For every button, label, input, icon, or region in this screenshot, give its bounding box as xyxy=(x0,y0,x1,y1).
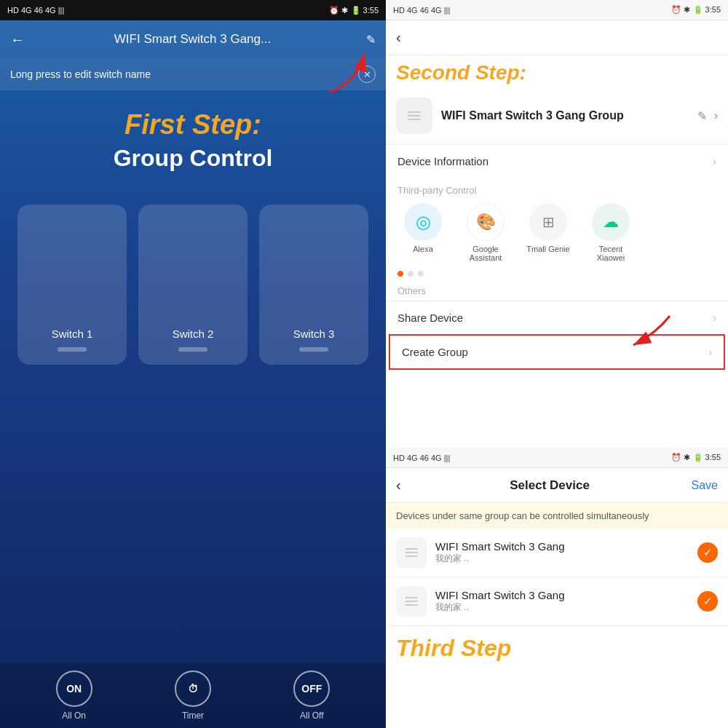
r-status-right: ⏰ ✱ 🔋 3:55 xyxy=(671,5,721,15)
r-back-button[interactable]: ‹ xyxy=(396,29,401,46)
timer-icon: ⏱ xyxy=(175,670,211,707)
switch-card-3[interactable]: Switch 3 xyxy=(259,205,368,365)
switch-name-2: Switch 2 xyxy=(173,328,214,340)
more-icon[interactable]: › xyxy=(714,109,718,123)
tp-tecent[interactable]: ☁ Tecent Xiaowei xyxy=(585,203,636,262)
all-on-label: All On xyxy=(62,711,86,721)
switch-name-3: Switch 3 xyxy=(293,328,335,340)
all-on-button[interactable]: ON All On xyxy=(56,670,92,721)
group-control-text: Group Control xyxy=(0,145,386,172)
rb-status-left: HD 4G 46 4G ||| xyxy=(393,454,450,462)
device-list-icon-1 xyxy=(396,537,427,568)
check-icon-2: ✓ xyxy=(697,591,718,612)
share-device-label: Share Device xyxy=(397,312,463,324)
first-step-text: First Step: xyxy=(0,109,386,141)
tecent-label: Tecent Xiaowei xyxy=(585,245,636,262)
status-right: ⏰ ✱ 🔋 3:55 xyxy=(329,6,379,15)
device-information-row[interactable]: Device Information › xyxy=(386,144,728,178)
share-device-chevron: › xyxy=(713,312,716,324)
tp-google[interactable]: 🎨 Google Assistant xyxy=(460,203,511,262)
r-header: ‹ xyxy=(386,20,728,55)
dot-3 xyxy=(418,271,424,277)
device-info-label: Device Information xyxy=(397,155,488,167)
rb-status-bar: HD 4G 46 4G ||| ⏰ ✱ 🔋 3:55 xyxy=(386,448,728,468)
left-panel: HD 4G 46 4G ||| ⏰ ✱ 🔋 3:55 ← WIFI Smart … xyxy=(0,0,386,728)
device-mini-icon xyxy=(405,108,424,123)
select-device-title: Select Device xyxy=(510,478,590,493)
alexa-label: Alexa xyxy=(413,245,433,253)
others-title: Others xyxy=(397,285,716,296)
second-step-text: Second Step: xyxy=(396,61,718,84)
edit-device-icon[interactable]: ✎ xyxy=(697,109,707,123)
all-on-icon: ON xyxy=(56,670,92,707)
switches-area: Switch 1 Switch 2 Switch 3 xyxy=(0,149,386,420)
device-list-item-1[interactable]: WIFI Smart Switch 3 Gang 我的家 .. ✓ xyxy=(386,529,728,577)
third-party-icons: ◎ Alexa 🎨 Google Assistant ⊞ Tmall Genie xyxy=(397,203,716,262)
select-device-screen: HD 4G 46 4G ||| ⏰ ✱ 🔋 3:55 ‹ Select Devi… xyxy=(386,448,728,728)
device-card-actions: ✎ › xyxy=(697,109,718,123)
arrow-annotation xyxy=(314,45,373,99)
timer-label: Timer xyxy=(182,711,204,721)
switch-card-1[interactable]: Switch 1 xyxy=(17,205,127,365)
all-off-button[interactable]: OFF All Off xyxy=(293,670,330,721)
device-card-title: WIFI Smart Switch 3 Gang Group xyxy=(441,109,689,122)
rb-header: ‹ Select Device Save xyxy=(386,468,728,503)
switch-name-1: Switch 1 xyxy=(52,328,93,340)
device-list-sub-1: 我的家 .. xyxy=(435,553,689,565)
third-party-title: Third-party Control xyxy=(397,185,716,196)
banner-text: Long press to edit switch name xyxy=(10,68,151,80)
rb-status-right: ⏰ ✱ 🔋 3:55 xyxy=(671,453,721,462)
device-list-name-1: WIFI Smart Switch 3 Gang xyxy=(435,540,689,553)
all-off-label: All Off xyxy=(300,711,323,721)
tmall-label: Tmall Genie xyxy=(526,245,569,253)
dots-indicator xyxy=(386,266,728,281)
r-status-left: HD 4G 46 4G ||| xyxy=(393,6,450,15)
status-left: HD 4G 46 4G ||| xyxy=(7,6,64,15)
app-title: WIFI Smart Switch 3 Gang... xyxy=(33,32,352,47)
switch-card-2[interactable]: Switch 2 xyxy=(138,205,248,365)
device-detail-screen: HD 4G 46 4G ||| ⏰ ✱ 🔋 3:55 ‹ Second Step… xyxy=(386,0,728,448)
back-button[interactable]: ← xyxy=(10,31,25,48)
all-off-icon: OFF xyxy=(293,670,330,707)
device-list-info-2: WIFI Smart Switch 3 Gang 我的家 .. xyxy=(435,589,689,614)
google-label: Google Assistant xyxy=(460,245,511,262)
alexa-icon: ◎ xyxy=(404,203,442,241)
device-info-chevron: › xyxy=(713,156,716,167)
device-list-item-2[interactable]: WIFI Smart Switch 3 Gang 我的家 .. ✓ xyxy=(386,577,728,626)
tp-tmall[interactable]: ⊞ Tmall Genie xyxy=(523,203,574,262)
switch-indicator-3 xyxy=(299,347,328,352)
switch-indicator-1 xyxy=(58,347,87,352)
device-list-icon-2 xyxy=(396,586,427,617)
create-group-label: Create Group xyxy=(402,346,468,358)
google-icon: 🎨 xyxy=(467,203,505,241)
device-list-info-1: WIFI Smart Switch 3 Gang 我的家 .. xyxy=(435,540,689,565)
step-label: First Step: Group Control xyxy=(0,109,386,172)
switch-indicator-2 xyxy=(178,347,207,352)
check-icon-1: ✓ xyxy=(697,542,718,563)
device-list-name-2: WIFI Smart Switch 3 Gang xyxy=(435,589,689,601)
info-banner: Devices under same group can be controll… xyxy=(386,503,728,529)
third-step-text: Third Step xyxy=(396,635,718,662)
others-section: Others xyxy=(386,281,728,301)
rb-back-button[interactable]: ‹ xyxy=(396,477,401,494)
timer-button[interactable]: ⏱ Timer xyxy=(175,670,211,721)
tmall-icon: ⊞ xyxy=(529,203,567,241)
device-icon-box xyxy=(396,98,432,134)
tp-alexa[interactable]: ◎ Alexa xyxy=(397,203,448,262)
device-list-sub-2: 我的家 .. xyxy=(435,601,689,614)
tecent-icon: ☁ xyxy=(592,203,630,241)
dot-1 xyxy=(397,271,403,277)
status-bar-left: HD 4G 46 4G ||| ⏰ ✱ 🔋 3:55 xyxy=(0,0,386,20)
info-banner-text: Devices under same group can be controll… xyxy=(396,510,649,521)
third-party-section: Third-party Control ◎ Alexa 🎨 Google Ass… xyxy=(386,178,728,266)
bottom-controls: ON All On ⏱ Timer OFF All Off xyxy=(0,662,386,728)
second-step-label: Second Step: xyxy=(386,55,728,87)
third-step-section: Third Step xyxy=(386,626,728,670)
dot-2 xyxy=(408,271,414,277)
r-status-bar: HD 4G 46 4G ||| ⏰ ✱ 🔋 3:55 xyxy=(386,0,728,20)
right-panel: HD 4G 46 4G ||| ⏰ ✱ 🔋 3:55 ‹ Second Step… xyxy=(386,0,728,728)
device-card: WIFI Smart Switch 3 Gang Group ✎ › xyxy=(386,87,728,144)
save-button[interactable]: Save xyxy=(692,479,718,492)
edit-icon[interactable]: ✎ xyxy=(366,33,376,47)
create-group-chevron: › xyxy=(708,347,712,358)
